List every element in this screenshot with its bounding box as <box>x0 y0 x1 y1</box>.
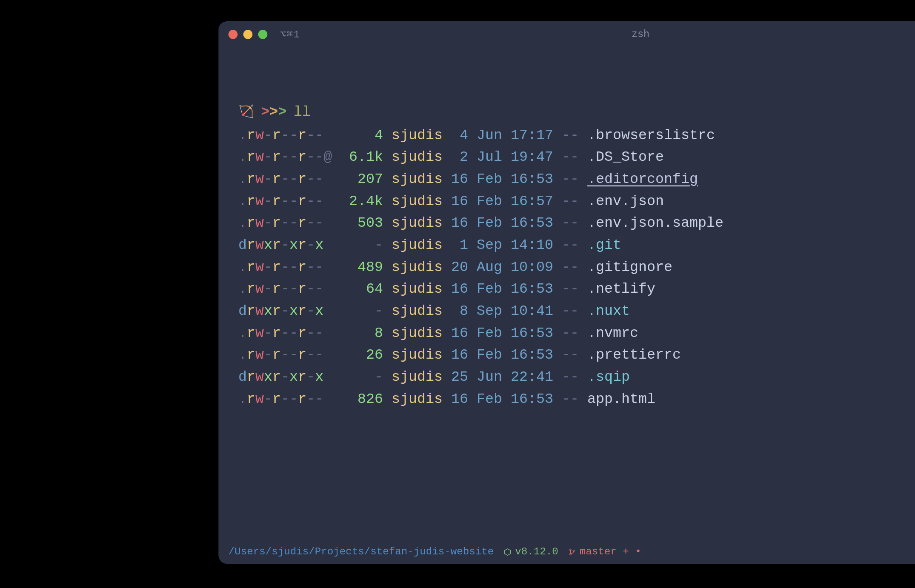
time: 10:09 <box>502 256 553 278</box>
dash: -- <box>553 344 579 366</box>
day: 16 <box>443 322 468 344</box>
time: 10:41 <box>502 300 553 322</box>
month: Jun <box>468 366 502 388</box>
statusbar-git: master + • <box>568 546 641 557</box>
list-item: .rw-r--r-- 489sjudis20Aug10:09--.gitigno… <box>238 256 915 278</box>
filename: .browserslistrc <box>579 124 715 146</box>
day: 16 <box>443 388 468 410</box>
filename: .gitignore <box>579 256 672 278</box>
filename: .git <box>579 234 621 256</box>
owner: sjudis <box>383 366 443 388</box>
list-item: drwxr-xr-x -sjudis8Sep10:41--.nuxt <box>238 300 915 322</box>
hexagon-icon <box>504 548 512 556</box>
month: Feb <box>468 322 502 344</box>
month: Aug <box>468 256 502 278</box>
month: Feb <box>468 168 502 190</box>
traffic-lights <box>229 29 268 39</box>
git-branch-icon <box>568 548 576 556</box>
day: 2 <box>443 146 468 168</box>
owner: sjudis <box>383 300 443 322</box>
day: 16 <box>443 212 468 234</box>
perm: .rw-r--r-- <box>238 256 340 278</box>
filename: .nvmrc <box>579 322 638 344</box>
filename: .netlify <box>579 278 655 300</box>
filename: .prettierrc <box>579 344 681 366</box>
bow-icon: 🏹 <box>238 103 254 123</box>
time: 16:53 <box>502 322 553 344</box>
list-item: .rw-r--r-- 4sjudis4Jun17:17--.browsersli… <box>238 124 915 146</box>
filename: .editorconfig <box>579 168 698 190</box>
time: 16:53 <box>502 212 553 234</box>
owner: sjudis <box>383 344 443 366</box>
time: 16:53 <box>502 388 553 410</box>
svg-point-1 <box>570 549 571 550</box>
owner: sjudis <box>383 124 443 146</box>
time: 19:47 <box>502 146 553 168</box>
month: Feb <box>468 278 502 300</box>
list-item: .rw-r--r-- 26sjudis16Feb16:53--.prettier… <box>238 344 915 366</box>
size: 2.4k <box>340 190 383 212</box>
statusbar: /Users/sjudis/Projects/stefan-judis-webs… <box>218 544 915 564</box>
size: 489 <box>340 256 383 278</box>
list-item: .rw-r--r--@ 6.1ksjudis2Jul19:47--.DS_Sto… <box>238 146 915 168</box>
file-listing: .rw-r--r-- 4sjudis4Jun17:17--.browsersli… <box>238 124 915 410</box>
perm: .rw-r--r-- <box>238 190 340 212</box>
time: 14:10 <box>502 234 553 256</box>
minimize-icon[interactable] <box>243 29 253 39</box>
dash: -- <box>553 256 579 278</box>
dash: -- <box>553 322 579 344</box>
filename: .DS_Store <box>579 146 664 168</box>
month: Jul <box>468 146 502 168</box>
list-item: drwxr-xr-x -sjudis1Sep14:10--.git <box>238 234 915 256</box>
size: 4 <box>340 124 383 146</box>
svg-point-3 <box>573 550 574 551</box>
zoom-icon[interactable] <box>258 29 268 39</box>
perm: .rw-r--r-- <box>238 124 340 146</box>
perm: .rw-r--r-- <box>238 344 340 366</box>
month: Feb <box>468 388 502 410</box>
perm: .rw-r--r-- <box>238 388 340 410</box>
day: 25 <box>443 366 468 388</box>
filename: .env.json.sample <box>579 212 723 234</box>
owner: sjudis <box>383 278 443 300</box>
size: 6.1k <box>340 146 383 168</box>
owner: sjudis <box>383 168 443 190</box>
list-item: drwxr-xr-x -sjudis25Jun22:41--.sqip <box>238 366 915 388</box>
month: Feb <box>468 212 502 234</box>
time: 16:53 <box>502 344 553 366</box>
dash: -- <box>553 190 579 212</box>
size: 64 <box>340 278 383 300</box>
owner: sjudis <box>383 234 443 256</box>
statusbar-cwd: /Users/sjudis/Projects/stefan-judis-webs… <box>229 546 494 557</box>
size: 503 <box>340 212 383 234</box>
day: 16 <box>443 344 468 366</box>
list-item: .rw-r--r-- 64sjudis16Feb16:53--.netlify <box>238 278 915 300</box>
dash: -- <box>553 234 579 256</box>
filename: app.html <box>579 388 655 410</box>
tab-label[interactable]: ⌥⌘1 <box>280 28 300 40</box>
size: 8 <box>340 322 383 344</box>
owner: sjudis <box>383 322 443 344</box>
prompt-line: 🏹 >>> ll [12:06:40] <box>238 101 915 123</box>
dash: -- <box>553 146 579 168</box>
filename: .env.json <box>579 190 664 212</box>
size: 207 <box>340 168 383 190</box>
close-icon[interactable] <box>229 29 238 39</box>
terminal-window: ⌥⌘1 zsh 🏹 >>> ll [12:06:40] .rw-r--r-- 4… <box>218 21 915 564</box>
prompt-chevrons: >>> <box>261 101 286 123</box>
svg-point-2 <box>570 553 571 554</box>
perm: drwxr-xr-x <box>238 366 340 388</box>
filename: .sqip <box>579 366 630 388</box>
owner: sjudis <box>383 388 443 410</box>
dash: -- <box>553 366 579 388</box>
dash: -- <box>553 124 579 146</box>
window-title: zsh <box>218 29 915 40</box>
list-item: .rw-r--r-- 8sjudis16Feb16:53--.nvmrc <box>238 322 915 344</box>
list-item: .rw-r--r-- 826sjudis16Feb16:53--app.html <box>238 388 915 410</box>
svg-marker-0 <box>505 548 511 555</box>
perm: .rw-r--r--@ <box>238 146 340 168</box>
terminal-content[interactable]: 🏹 >>> ll [12:06:40] .rw-r--r-- 4sjudis4J… <box>218 47 915 544</box>
day: 16 <box>443 190 468 212</box>
dash: -- <box>553 168 579 190</box>
owner: sjudis <box>383 256 443 278</box>
